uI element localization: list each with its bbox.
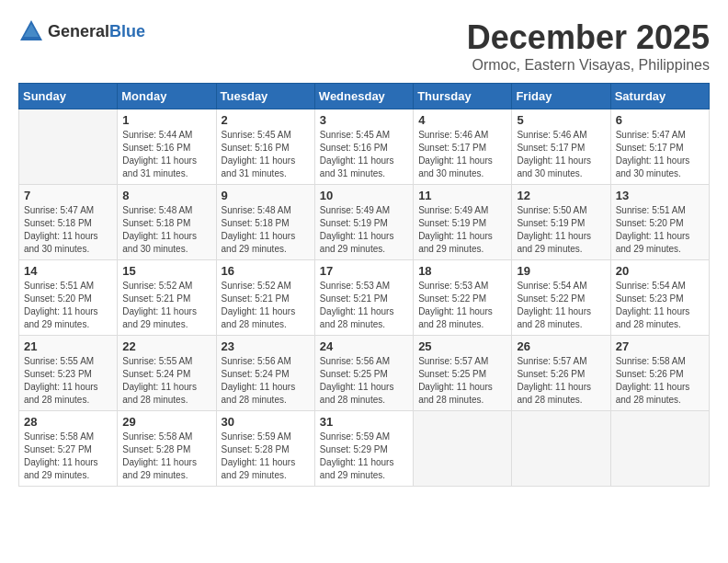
day-info: Sunrise: 5:51 AMSunset: 5:20 PMDaylight:… [24, 280, 112, 331]
day-info: Sunrise: 5:53 AMSunset: 5:21 PMDaylight:… [320, 280, 408, 331]
calendar-cell: 27Sunrise: 5:58 AMSunset: 5:26 PMDayligh… [610, 336, 709, 411]
day-number: 15 [122, 264, 210, 278]
day-info: Sunrise: 5:44 AMSunset: 5:16 PMDaylight:… [122, 129, 210, 180]
calendar-cell: 31Sunrise: 5:59 AMSunset: 5:29 PMDayligh… [314, 411, 413, 487]
day-number: 13 [616, 189, 704, 202]
logo-text: GeneralBlue [48, 22, 145, 41]
day-info: Sunrise: 5:56 AMSunset: 5:24 PMDaylight:… [222, 355, 310, 407]
day-number: 29 [122, 415, 210, 429]
calendar-cell: 5Sunrise: 5:46 AMSunset: 5:17 PMDaylight… [512, 109, 610, 185]
day-number: 16 [222, 264, 310, 278]
day-number: 1 [122, 113, 210, 127]
day-info: Sunrise: 5:47 AMSunset: 5:18 PMDaylight:… [24, 204, 112, 256]
header-tuesday: Tuesday [216, 84, 314, 109]
day-number: 24 [320, 339, 408, 353]
day-info: Sunrise: 5:49 AMSunset: 5:19 PMDaylight:… [320, 204, 408, 256]
day-info: Sunrise: 5:54 AMSunset: 5:23 PMDaylight:… [616, 280, 704, 331]
day-number: 27 [616, 339, 704, 353]
day-info: Sunrise: 5:58 AMSunset: 5:26 PMDaylight:… [616, 355, 704, 407]
calendar-cell: 30Sunrise: 5:59 AMSunset: 5:28 PMDayligh… [216, 411, 314, 487]
calendar-cell [610, 411, 709, 487]
calendar-week-1: 1Sunrise: 5:44 AMSunset: 5:16 PMDaylight… [19, 109, 710, 185]
calendar-cell: 10Sunrise: 5:49 AMSunset: 5:19 PMDayligh… [314, 185, 413, 260]
day-info: Sunrise: 5:58 AMSunset: 5:27 PMDaylight:… [24, 431, 112, 482]
day-info: Sunrise: 5:48 AMSunset: 5:18 PMDaylight:… [222, 204, 310, 256]
weekday-header-row: Sunday Monday Tuesday Wednesday Thursday… [19, 84, 710, 109]
calendar-week-5: 28Sunrise: 5:58 AMSunset: 5:27 PMDayligh… [19, 411, 710, 487]
day-info: Sunrise: 5:57 AMSunset: 5:26 PMDaylight:… [517, 355, 605, 407]
calendar-cell: 21Sunrise: 5:55 AMSunset: 5:23 PMDayligh… [19, 336, 118, 411]
month-title: December 2025 [467, 18, 710, 57]
calendar-cell: 1Sunrise: 5:44 AMSunset: 5:16 PMDaylight… [118, 109, 216, 185]
day-number: 11 [418, 189, 506, 202]
day-info: Sunrise: 5:51 AMSunset: 5:20 PMDaylight:… [616, 204, 704, 256]
calendar-cell: 2Sunrise: 5:45 AMSunset: 5:16 PMDaylight… [216, 109, 314, 185]
calendar-cell: 6Sunrise: 5:47 AMSunset: 5:17 PMDaylight… [610, 109, 709, 185]
calendar-cell: 20Sunrise: 5:54 AMSunset: 5:23 PMDayligh… [610, 260, 709, 336]
day-info: Sunrise: 5:50 AMSunset: 5:19 PMDaylight:… [517, 204, 605, 256]
title-area: December 2025 Ormoc, Eastern Visayas, Ph… [467, 18, 710, 74]
calendar-cell: 26Sunrise: 5:57 AMSunset: 5:26 PMDayligh… [512, 336, 610, 411]
day-info: Sunrise: 5:45 AMSunset: 5:16 PMDaylight:… [320, 129, 408, 180]
calendar-cell [512, 411, 610, 487]
day-info: Sunrise: 5:59 AMSunset: 5:28 PMDaylight:… [222, 431, 310, 482]
calendar-cell: 14Sunrise: 5:51 AMSunset: 5:20 PMDayligh… [19, 260, 118, 336]
day-info: Sunrise: 5:57 AMSunset: 5:25 PMDaylight:… [418, 355, 506, 407]
day-info: Sunrise: 5:53 AMSunset: 5:22 PMDaylight:… [418, 280, 506, 331]
day-number: 21 [24, 339, 112, 353]
location-subtitle: Ormoc, Eastern Visayas, Philippines [467, 57, 710, 74]
day-info: Sunrise: 5:46 AMSunset: 5:17 PMDaylight:… [418, 129, 506, 180]
day-number: 31 [320, 415, 408, 429]
header-saturday: Saturday [610, 84, 709, 109]
page-header: GeneralBlue December 2025 Ormoc, Eastern… [18, 18, 710, 74]
day-info: Sunrise: 5:49 AMSunset: 5:19 PMDaylight:… [418, 204, 506, 256]
day-number: 28 [24, 415, 112, 429]
calendar-cell: 22Sunrise: 5:55 AMSunset: 5:24 PMDayligh… [118, 336, 216, 411]
calendar-cell: 8Sunrise: 5:48 AMSunset: 5:18 PMDaylight… [118, 185, 216, 260]
day-info: Sunrise: 5:45 AMSunset: 5:16 PMDaylight:… [222, 129, 310, 180]
day-number: 17 [320, 264, 408, 278]
logo-blue: Blue [109, 22, 145, 40]
calendar-cell: 15Sunrise: 5:52 AMSunset: 5:21 PMDayligh… [118, 260, 216, 336]
day-number: 23 [222, 339, 310, 353]
day-info: Sunrise: 5:46 AMSunset: 5:17 PMDaylight:… [517, 129, 605, 180]
day-number: 5 [517, 113, 605, 127]
day-info: Sunrise: 5:48 AMSunset: 5:18 PMDaylight:… [122, 204, 210, 256]
header-monday: Monday [118, 84, 216, 109]
day-number: 18 [418, 264, 506, 278]
day-info: Sunrise: 5:47 AMSunset: 5:17 PMDaylight:… [616, 129, 704, 180]
calendar-cell: 12Sunrise: 5:50 AMSunset: 5:19 PMDayligh… [512, 185, 610, 260]
calendar-cell: 28Sunrise: 5:58 AMSunset: 5:27 PMDayligh… [19, 411, 118, 487]
day-number: 6 [616, 113, 704, 127]
calendar-cell: 4Sunrise: 5:46 AMSunset: 5:17 PMDaylight… [414, 109, 512, 185]
header-wednesday: Wednesday [314, 84, 413, 109]
calendar-week-4: 21Sunrise: 5:55 AMSunset: 5:23 PMDayligh… [19, 336, 710, 411]
day-number: 19 [517, 264, 605, 278]
calendar-week-2: 7Sunrise: 5:47 AMSunset: 5:18 PMDaylight… [19, 185, 710, 260]
day-info: Sunrise: 5:54 AMSunset: 5:22 PMDaylight:… [517, 280, 605, 331]
calendar-cell: 9Sunrise: 5:48 AMSunset: 5:18 PMDaylight… [216, 185, 314, 260]
calendar-cell: 19Sunrise: 5:54 AMSunset: 5:22 PMDayligh… [512, 260, 610, 336]
logo-general: General [48, 22, 109, 40]
day-info: Sunrise: 5:59 AMSunset: 5:29 PMDaylight:… [320, 431, 408, 482]
calendar-cell: 11Sunrise: 5:49 AMSunset: 5:19 PMDayligh… [414, 185, 512, 260]
logo: GeneralBlue [18, 18, 145, 44]
day-number: 12 [517, 189, 605, 202]
logo-icon [18, 18, 44, 44]
calendar-cell: 17Sunrise: 5:53 AMSunset: 5:21 PMDayligh… [314, 260, 413, 336]
day-info: Sunrise: 5:58 AMSunset: 5:28 PMDaylight:… [122, 431, 210, 482]
day-info: Sunrise: 5:55 AMSunset: 5:23 PMDaylight:… [24, 355, 112, 407]
day-info: Sunrise: 5:52 AMSunset: 5:21 PMDaylight:… [122, 280, 210, 331]
calendar-cell [19, 109, 118, 185]
calendar-week-3: 14Sunrise: 5:51 AMSunset: 5:20 PMDayligh… [19, 260, 710, 336]
calendar-cell: 3Sunrise: 5:45 AMSunset: 5:16 PMDaylight… [314, 109, 413, 185]
day-number: 9 [222, 189, 310, 202]
day-number: 30 [222, 415, 310, 429]
day-number: 20 [616, 264, 704, 278]
calendar-cell: 23Sunrise: 5:56 AMSunset: 5:24 PMDayligh… [216, 336, 314, 411]
day-number: 4 [418, 113, 506, 127]
day-number: 14 [24, 264, 112, 278]
day-number: 25 [418, 339, 506, 353]
calendar-cell: 13Sunrise: 5:51 AMSunset: 5:20 PMDayligh… [610, 185, 709, 260]
header-thursday: Thursday [414, 84, 512, 109]
